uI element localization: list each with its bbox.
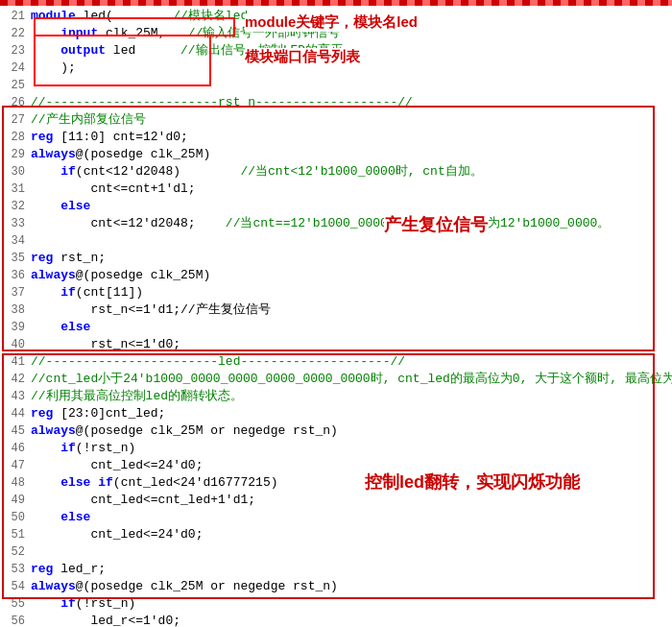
table-row: 29always@(posedge clk_25M) [0,146,672,163]
table-row: 39 else [0,319,672,336]
line-number: 22 [0,25,31,42]
table-row: 46 if(!rst_n) [0,440,672,457]
line-content: ); [31,60,672,77]
table-row: 36always@(posedge clk_25M) [0,267,672,284]
line-content: cnt_led<=cnt_led+1'd1; [31,492,672,509]
table-row: 49 cnt_led<=cnt_led+1'd1; [0,492,672,509]
line-number: 55 [0,595,31,613]
line-number: 31 [0,181,31,198]
line-number: 36 [0,267,31,284]
line-content: //-----------------------rst_n----------… [31,94,672,111]
table-row: 21module led( //模块名led [0,8,672,25]
line-content: cnt<=12'd2048; //当cnt==12'b1000_0000时, c… [31,215,672,232]
table-row: 25 [0,77,672,94]
line-content: rst_n<=1'd1;//产生复位信号 [31,301,672,319]
line-content: always@(posedge clk_25M or negedge rst_n… [31,422,672,440]
line-number: 52 [0,543,31,561]
line-content: always@(posedge clk_25M) [31,146,672,163]
line-number: 47 [0,457,31,474]
table-row: 24 ); [0,60,672,77]
line-content: if(cnt<12'd2048) //当cnt<12'b1000_0000时, … [31,163,672,181]
line-content: cnt<=cnt+1'dl; [31,181,672,198]
table-row: 54always@(posedge clk_25M or negedge rst… [0,578,672,595]
table-row: 23 output led //输出信号一控制LED的亮灭 [0,42,672,60]
line-content [31,77,672,94]
table-row: 53reg led_r; [0,561,672,578]
table-row: 26//-----------------------rst_n--------… [0,94,672,111]
table-row: 28reg [11:0] cnt=12'd0; [0,129,672,146]
line-number: 41 [0,353,31,371]
line-content: cnt_led<=24'd0; [31,526,672,543]
line-number: 21 [0,8,31,25]
line-content: //产生内部复位信号 [31,111,672,129]
table-row: 48 else if(cnt_led<24'd16777215) [0,474,672,492]
line-number: 28 [0,129,31,146]
line-content: module led( //模块名led [31,8,672,25]
line-number: 45 [0,422,31,440]
line-content: always@(posedge clk_25M or negedge rst_n… [31,578,672,595]
line-content: led_r<=1'd0; [31,613,672,627]
table-row: 52 [0,543,672,561]
table-row: 45always@(posedge clk_25M or negedge rst… [0,422,672,440]
line-number: 46 [0,440,31,457]
line-content: input clk_25M, //输入信号一外部时钟信号 [31,25,672,42]
line-content [31,543,672,561]
line-number: 51 [0,526,31,543]
table-row: 37 if(cnt[11]) [0,284,672,301]
line-content: cnt_led<=24'd0; [31,457,672,474]
line-number: 32 [0,198,31,215]
line-content: if(!rst_n) [31,595,672,613]
line-number: 25 [0,77,31,94]
table-row: 27//产生内部复位信号 [0,111,672,129]
line-number: 43 [0,388,31,405]
line-number: 40 [0,336,31,353]
line-number: 53 [0,561,31,578]
line-number: 34 [0,232,31,250]
table-row: 43//利用其最高位控制led的翻转状态。 [0,388,672,405]
line-content: //-----------------------led------------… [31,353,672,371]
table-row: 31 cnt<=cnt+1'dl; [0,181,672,198]
table-row: 33 cnt<=12'd2048; //当cnt==12'b1000_0000时… [0,215,672,232]
line-number: 30 [0,163,31,181]
line-content: else [31,509,672,526]
line-content: else [31,319,672,336]
line-content: //cnt_led小于24'b1000_0000_0000_0000_0000_… [31,371,672,388]
table-row: 32 else [0,198,672,215]
table-row: 38 rst_n<=1'd1;//产生复位信号 [0,301,672,319]
table-row: 55 if(!rst_n) [0,595,672,613]
line-number: 33 [0,215,31,232]
table-row: 40 rst_n<=1'd0; [0,336,672,353]
line-content: always@(posedge clk_25M) [31,267,672,284]
table-row: 41//-----------------------led----------… [0,353,672,371]
line-number: 37 [0,284,31,301]
line-content: else [31,198,672,215]
line-number: 56 [0,613,31,627]
code-container: 21module led( //模块名led22 input clk_25M, … [0,0,672,627]
table-row: 50 else [0,509,672,526]
line-content: else if(cnt_led<24'd16777215) [31,474,672,492]
line-number: 44 [0,405,31,422]
line-content: if(!rst_n) [31,440,672,457]
line-content: reg rst_n; [31,250,672,267]
code-area: 21module led( //模块名led22 input clk_25M, … [0,6,672,627]
line-number: 24 [0,60,31,77]
line-number: 29 [0,146,31,163]
line-number: 23 [0,42,31,60]
table-row: 56 led_r<=1'd0; [0,613,672,627]
line-content: if(cnt[11]) [31,284,672,301]
line-number: 27 [0,111,31,129]
table-row: 51 cnt_led<=24'd0; [0,526,672,543]
table-row: 44reg [23:0]cnt_led; [0,405,672,422]
table-row: 42//cnt_led小于24'b1000_0000_0000_0000_000… [0,371,672,388]
table-row: 35reg rst_n; [0,250,672,267]
line-content [31,232,672,250]
line-number: 50 [0,509,31,526]
table-row: 34 [0,232,672,250]
table-row: 30 if(cnt<12'd2048) //当cnt<12'b1000_0000… [0,163,672,181]
line-content: reg led_r; [31,561,672,578]
line-number: 42 [0,371,31,388]
line-content: reg [11:0] cnt=12'd0; [31,129,672,146]
line-number: 26 [0,94,31,111]
line-number: 54 [0,578,31,595]
table-row: 47 cnt_led<=24'd0; [0,457,672,474]
